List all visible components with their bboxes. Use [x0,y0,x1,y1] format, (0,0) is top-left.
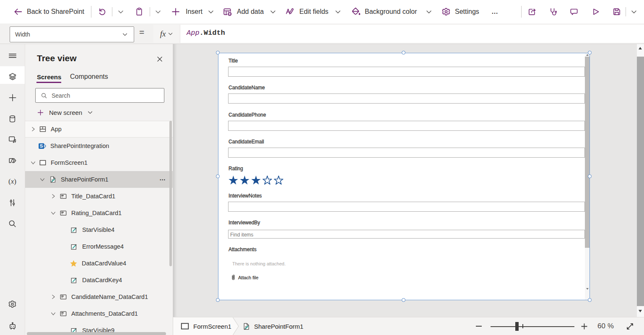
svg-text:S: S [40,143,43,148]
